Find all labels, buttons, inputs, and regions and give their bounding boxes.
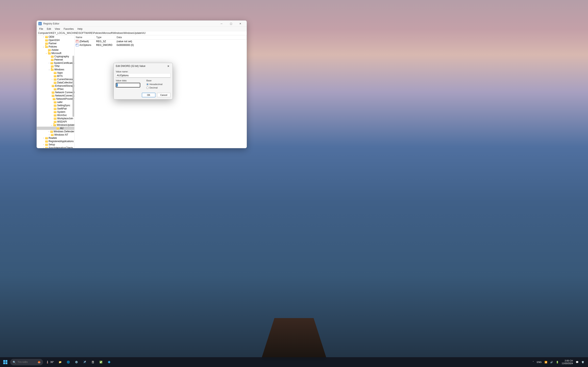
taskbar-app-explorer[interactable]: 📁: [57, 359, 63, 365]
tree-item[interactable]: Peernet: [37, 58, 74, 61]
tree-item[interactable]: Appx: [37, 71, 74, 75]
menu-help[interactable]: Help: [76, 27, 84, 31]
tree-item[interactable]: AU: [37, 127, 74, 130]
tree-item[interactable]: SettingSync: [37, 104, 74, 107]
tree-item[interactable]: IPSec: [37, 87, 74, 91]
tree-item[interactable]: SwiftPair: [37, 107, 74, 110]
value-row[interactable]: AUOptionsREG_DWORD0x00000000 (0): [75, 43, 247, 47]
chevron-icon[interactable]: ›: [48, 134, 50, 136]
taskbar-app-notion[interactable]: 📓: [89, 359, 96, 365]
taskbar-app-todoist[interactable]: ✅: [98, 359, 104, 365]
chevron-icon[interactable]: ›: [48, 62, 50, 64]
chevron-icon[interactable]: ⌄: [43, 46, 44, 48]
tray-security-icon[interactable]: 🛡️: [581, 361, 584, 364]
minimize-button[interactable]: ─: [217, 21, 226, 27]
start-button[interactable]: [2, 359, 9, 365]
tree-item[interactable]: ⌄Policies: [37, 45, 74, 48]
tree-item[interactable]: safer: [37, 100, 74, 104]
tree-item[interactable]: DataCollection: [37, 81, 74, 84]
chevron-icon[interactable]: ›: [43, 143, 44, 146]
tree-item[interactable]: BITS: [37, 75, 74, 78]
folder-icon: [45, 42, 48, 45]
address-bar[interactable]: Computer\HKEY_LOCAL_MACHINE\SOFTWARE\Pol…: [37, 31, 247, 35]
tree-item[interactable]: OpenSSH: [37, 39, 74, 42]
tree-item[interactable]: ›Windows Defender: [37, 130, 74, 133]
taskbar-app-telegram[interactable]: ✈️: [81, 359, 88, 365]
chevron-icon[interactable]: ›: [43, 36, 44, 38]
tree-item[interactable]: NetworkConnectivity: [37, 94, 74, 97]
col-type[interactable]: Type: [95, 35, 115, 39]
menu-file[interactable]: File: [38, 27, 45, 31]
search-input[interactable]: [17, 361, 36, 364]
chevron-icon[interactable]: ⌄: [51, 124, 53, 126]
chevron-icon[interactable]: ›: [43, 137, 44, 139]
wifi-icon[interactable]: 📶: [545, 361, 547, 364]
chevron-icon[interactable]: ›: [43, 147, 44, 148]
radio-hexadecimal[interactable]: Hexadecimal: [146, 83, 163, 85]
taskbar-app-edge[interactable]: 🌐: [65, 359, 71, 365]
chevron-icon[interactable]: ›: [51, 78, 53, 80]
weather-widget[interactable]: 🌡️ 36°: [45, 361, 55, 364]
folder-icon: [51, 68, 54, 71]
tree-item-label: RegisteredApplications: [49, 140, 74, 143]
dialog-close-button[interactable]: ✕: [166, 64, 171, 68]
tree-item[interactable]: NetworkProvider: [37, 97, 74, 100]
value-row[interactable]: (Default)REG_SZ(value not set): [75, 40, 247, 43]
tree-item[interactable]: WSDAPI: [37, 120, 74, 123]
tree-item-label: AU: [60, 127, 63, 130]
folder-icon: [54, 121, 57, 123]
tree-item[interactable]: ›Realtek: [37, 136, 74, 140]
tree-item[interactable]: ›CurrentVersion: [37, 78, 74, 81]
menu-edit[interactable]: Edit: [45, 27, 53, 31]
radio-dot-icon: [146, 87, 149, 89]
tree-scrollbar[interactable]: [72, 56, 74, 117]
tree-pane[interactable]: ›OEMOpenSSHPartner⌄PoliciesAdobe⌄Microso…: [37, 35, 75, 148]
menu-favorites[interactable]: Favorites: [62, 27, 75, 31]
tree-item[interactable]: EnhancedStorageDev: [37, 84, 74, 87]
tree-item[interactable]: ›OEM: [37, 35, 74, 39]
tree-item[interactable]: ›SyncIntegrationClients: [37, 146, 74, 148]
menu-view[interactable]: View: [53, 27, 62, 31]
regedit-icon: [38, 22, 42, 25]
battery-icon[interactable]: 🔋: [556, 361, 559, 364]
notification-icon[interactable]: 💬: [576, 361, 579, 364]
chevron-icon[interactable]: ⌄: [45, 52, 47, 54]
tree-item[interactable]: WorkplaceJoin: [37, 117, 74, 120]
tree-item[interactable]: WcmSvc: [37, 114, 74, 117]
volume-icon[interactable]: 🔊: [550, 361, 553, 364]
tree-item[interactable]: RegisteredApplications: [37, 140, 74, 143]
tree-item[interactable]: ⌄Windows: [37, 68, 74, 71]
window-title: Registry Editor: [43, 22, 60, 25]
tree-item[interactable]: Cryptography: [37, 55, 74, 58]
tree-item[interactable]: ⌄WindowsUpdate: [37, 123, 74, 127]
tray-chevron-icon[interactable]: ˄: [533, 361, 534, 364]
tree-item[interactable]: Network Connections: [37, 91, 74, 94]
taskbar-app-settings[interactable]: ⚙️: [73, 359, 80, 365]
chevron-icon[interactable]: ⌄: [48, 68, 50, 71]
chevron-icon[interactable]: ›: [48, 131, 50, 133]
tree-item[interactable]: Adobe: [37, 48, 74, 52]
taskbar-app-vscode[interactable]: 💠: [106, 359, 112, 365]
close-button[interactable]: ✕: [236, 21, 245, 27]
tree-item-label: safer: [57, 101, 63, 104]
col-name[interactable]: Name: [75, 35, 95, 39]
list-header[interactable]: Name Type Data: [75, 35, 247, 40]
taskbar-clock[interactable]: 2:05 CH 11/03/2024: [562, 359, 573, 365]
cancel-button[interactable]: Cancel: [157, 93, 171, 97]
tree-item[interactable]: ›Setup: [37, 143, 74, 146]
tree-item[interactable]: ›Windows NT: [37, 133, 74, 136]
radio-decimal[interactable]: Decimal: [146, 86, 163, 89]
folder-icon: [54, 88, 57, 90]
tree-item[interactable]: ⌄Microsoft: [37, 52, 74, 55]
tree-item[interactable]: TPM: [37, 65, 74, 68]
ok-button[interactable]: OK: [142, 93, 155, 97]
value-data-input[interactable]: [116, 83, 140, 87]
tray-language[interactable]: ENG: [537, 361, 542, 363]
value-name-input[interactable]: [116, 73, 171, 78]
taskbar-search[interactable]: 🔍 🦊: [10, 359, 43, 365]
tree-item[interactable]: Partner: [37, 42, 74, 45]
col-data[interactable]: Data: [115, 35, 247, 39]
tree-item[interactable]: System: [37, 110, 74, 114]
maximize-button[interactable]: ▢: [226, 21, 236, 27]
tree-item[interactable]: ›SystemCertificates: [37, 61, 74, 65]
